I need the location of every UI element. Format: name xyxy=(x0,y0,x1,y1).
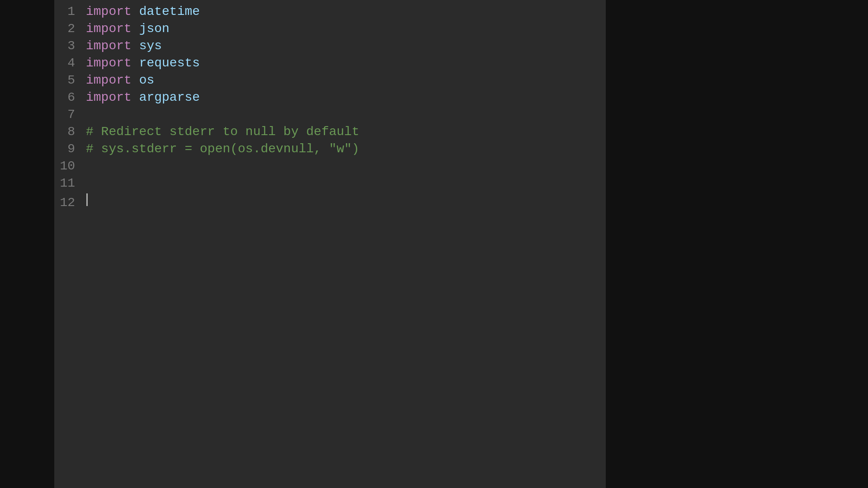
code-line: 5import os xyxy=(54,73,606,90)
line-number: 11 xyxy=(54,176,86,190)
line-content: import os xyxy=(86,73,154,87)
line-number: 1 xyxy=(54,5,86,19)
line-content: import datetime xyxy=(86,5,200,19)
line-content: import requests xyxy=(86,56,200,70)
code-line: 10 xyxy=(54,159,606,176)
code-line: 1import datetime xyxy=(54,5,606,22)
right-panel xyxy=(606,0,868,488)
line-number: 8 xyxy=(54,125,86,139)
line-number: 3 xyxy=(54,39,86,53)
line-number: 2 xyxy=(54,22,86,36)
code-editor-window: 1import datetime2import json3import sys4… xyxy=(0,0,868,488)
line-number: 12 xyxy=(54,196,86,210)
line-number: 5 xyxy=(54,73,86,87)
line-number: 4 xyxy=(54,56,86,70)
line-content: # Redirect stderr to null by default xyxy=(86,125,359,139)
text-cursor xyxy=(86,193,88,206)
line-content xyxy=(86,193,88,206)
code-line: 12 xyxy=(54,193,606,211)
code-line: 4import requests xyxy=(54,56,606,73)
code-line: 6import argparse xyxy=(54,90,606,108)
line-content: import sys xyxy=(86,39,162,53)
line-number: 10 xyxy=(54,159,86,173)
left-gutter xyxy=(0,0,54,488)
code-line: 7 xyxy=(54,108,606,125)
line-content: # sys.stderr = open(os.devnull, "w") xyxy=(86,142,359,156)
code-editor-body[interactable]: 1import datetime2import json3import sys4… xyxy=(54,0,606,488)
line-number: 6 xyxy=(54,90,86,104)
code-line: 8# Redirect stderr to null by default xyxy=(54,125,606,142)
line-number: 7 xyxy=(54,108,86,122)
code-line: 9# sys.stderr = open(os.devnull, "w") xyxy=(54,142,606,159)
line-content: import argparse xyxy=(86,90,200,104)
code-line: 11 xyxy=(54,176,606,193)
line-content: import json xyxy=(86,22,170,36)
code-line: 3import sys xyxy=(54,39,606,56)
line-number: 9 xyxy=(54,142,86,156)
code-line: 2import json xyxy=(54,22,606,39)
